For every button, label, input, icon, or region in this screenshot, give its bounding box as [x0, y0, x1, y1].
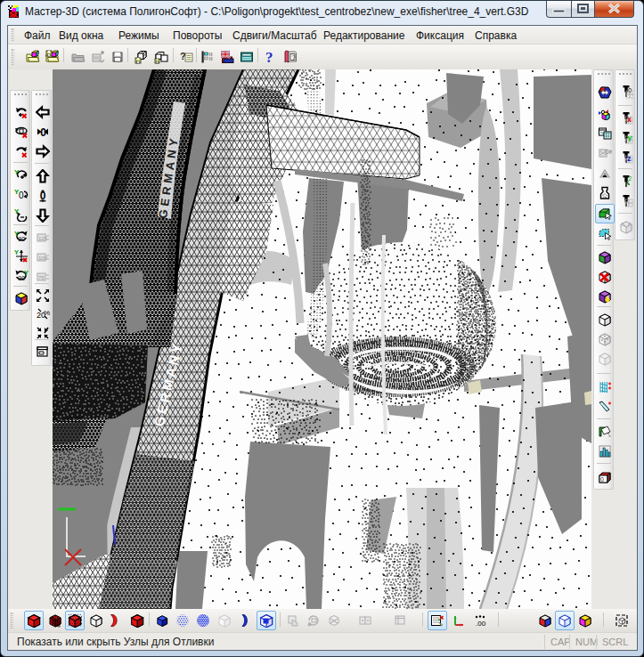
- svg-text:x: x: [627, 115, 632, 124]
- svg-text:0: 0: [600, 476, 604, 483]
- svg-text:Y: Y: [14, 249, 19, 256]
- svg-text:90: 90: [18, 235, 25, 243]
- svg-text:Y: Y: [627, 134, 632, 143]
- svg-text:?: ?: [265, 50, 273, 64]
- svg-text:%: %: [44, 309, 50, 317]
- svg-text:OK: OK: [605, 149, 612, 155]
- svg-text:z: z: [627, 154, 632, 163]
- svg-text:75: 75: [38, 275, 45, 280]
- svg-text:?: ?: [292, 54, 296, 61]
- svg-text:Y: Y: [24, 269, 29, 277]
- svg-text:0: 0: [40, 126, 46, 139]
- svg-text:0: 0: [19, 191, 24, 200]
- svg-text:1: 1: [627, 180, 631, 186]
- svg-text:Y: Y: [14, 230, 19, 238]
- svg-text:.00: .00: [476, 620, 486, 628]
